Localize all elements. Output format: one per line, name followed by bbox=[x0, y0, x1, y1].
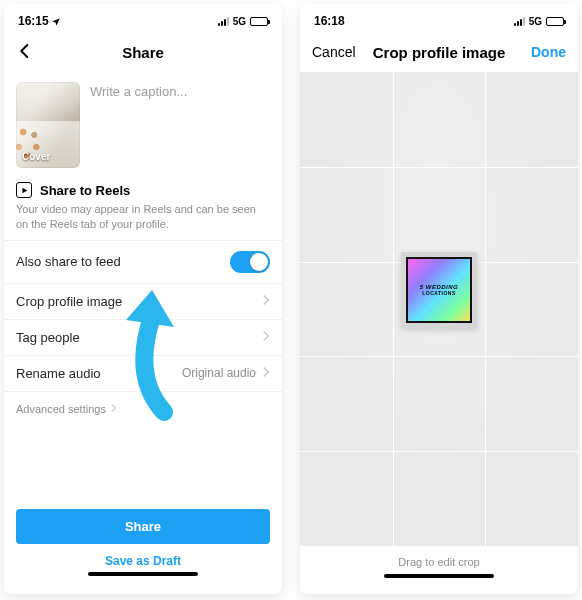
crop-grid-line bbox=[300, 451, 578, 452]
signal-icon bbox=[218, 16, 229, 26]
crop-grid-line bbox=[393, 72, 394, 546]
navbar: Share bbox=[4, 32, 282, 72]
status-bar: 16:15 5G bbox=[4, 4, 282, 32]
crop-grid-line bbox=[300, 356, 578, 357]
cover-label: Cover bbox=[22, 151, 50, 162]
row-label: Rename audio bbox=[16, 366, 101, 381]
cover-thumbnail[interactable]: Cover bbox=[16, 82, 80, 168]
row-tag-people[interactable]: Tag people bbox=[4, 320, 282, 356]
crop-screen: 16:18 5G Cancel Crop profile image Done … bbox=[300, 4, 578, 594]
share-button[interactable]: Share bbox=[16, 509, 270, 544]
status-time: 16:15 bbox=[18, 14, 49, 28]
crop-image[interactable]: 5 WEDDING LOCATIONS bbox=[401, 252, 477, 328]
status-time: 16:18 bbox=[314, 14, 345, 28]
row-rename-audio[interactable]: Rename audio Original audio bbox=[4, 356, 282, 392]
chevron-right-icon bbox=[262, 294, 270, 309]
image-text-line2: LOCATIONS bbox=[422, 290, 456, 296]
chevron-right-icon bbox=[262, 366, 270, 381]
page-title: Crop profile image bbox=[373, 44, 506, 61]
crop-hint: Drag to edit crop bbox=[300, 546, 578, 574]
caption-placeholder: Write a caption... bbox=[90, 82, 270, 99]
page-title: Share bbox=[122, 44, 164, 61]
back-button[interactable] bbox=[16, 42, 34, 63]
chevron-right-icon bbox=[262, 330, 270, 345]
battery-icon bbox=[250, 17, 268, 26]
battery-icon bbox=[546, 17, 564, 26]
row-also-share-to-feed[interactable]: Also share to feed bbox=[4, 240, 282, 284]
crop-grid-line bbox=[300, 167, 578, 168]
location-icon bbox=[49, 16, 59, 26]
done-button[interactable]: Done bbox=[531, 32, 566, 72]
network-label: 5G bbox=[529, 16, 542, 27]
compose-area: Cover Write a caption... bbox=[4, 72, 282, 182]
save-draft-button[interactable]: Save as Draft bbox=[16, 544, 270, 572]
reels-icon bbox=[16, 182, 32, 198]
svg-marker-0 bbox=[22, 187, 27, 193]
bottom-actions: Share Save as Draft bbox=[4, 501, 282, 594]
row-label: Crop profile image bbox=[16, 294, 122, 309]
row-crop-profile-image[interactable]: Crop profile image bbox=[4, 284, 282, 320]
home-indicator bbox=[384, 574, 494, 578]
home-indicator bbox=[88, 572, 198, 576]
cancel-button[interactable]: Cancel bbox=[312, 32, 356, 72]
chevron-right-icon bbox=[110, 402, 118, 416]
feed-toggle[interactable] bbox=[230, 251, 270, 273]
signal-icon bbox=[514, 16, 525, 26]
row-label: Also share to feed bbox=[16, 254, 121, 269]
share-screen: 16:15 5G Share Cover Write a caption... bbox=[4, 4, 282, 594]
crop-grid-line bbox=[485, 72, 486, 546]
navbar: Cancel Crop profile image Done bbox=[300, 32, 578, 72]
audio-value: Original audio bbox=[182, 366, 256, 380]
share-to-reels-desc: Your video may appear in Reels and can b… bbox=[4, 202, 282, 240]
share-to-reels-heading: Share to Reels bbox=[4, 182, 282, 202]
network-label: 5G bbox=[233, 16, 246, 27]
crop-canvas[interactable]: 5 WEDDING LOCATIONS bbox=[300, 72, 578, 546]
caption-input[interactable]: Write a caption... bbox=[90, 82, 270, 168]
row-advanced-settings[interactable]: Advanced settings bbox=[4, 392, 282, 426]
status-bar: 16:18 5G bbox=[300, 4, 578, 32]
row-label: Tag people bbox=[16, 330, 80, 345]
